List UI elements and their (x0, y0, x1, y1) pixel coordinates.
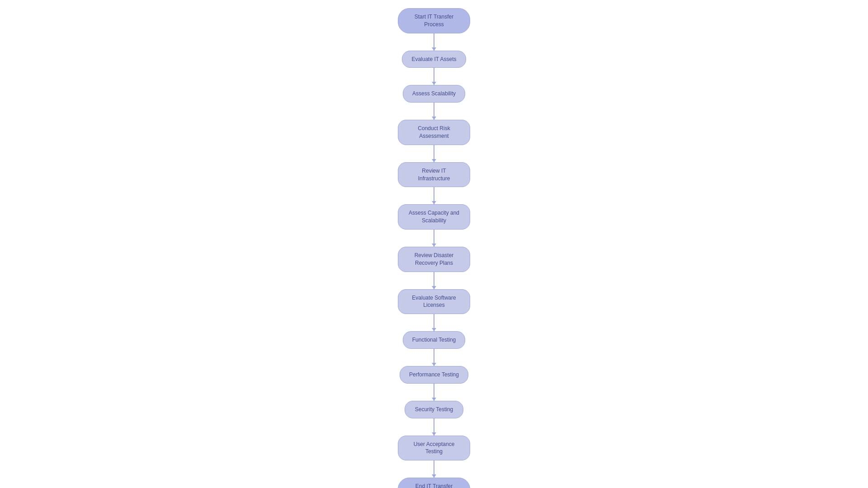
node-end[interactable]: End IT Transfer Process (398, 478, 470, 488)
flowchart: Start IT Transfer ProcessEvaluate IT Ass… (0, 0, 868, 488)
connector-6 (434, 272, 434, 289)
node-evaluate-assets[interactable]: Evaluate IT Assets (402, 51, 466, 68)
connector-10 (434, 418, 434, 436)
node-start[interactable]: Start IT Transfer Process (398, 8, 470, 33)
connector-0 (434, 33, 434, 51)
connector-5 (434, 230, 434, 247)
node-assess-scalability[interactable]: Assess Scalability (403, 85, 465, 103)
connector-1 (434, 68, 434, 85)
connector-2 (434, 103, 434, 120)
node-functional-testing[interactable]: Functional Testing (403, 331, 466, 349)
connector-11 (434, 460, 434, 478)
connector-9 (434, 384, 434, 401)
node-evaluate-software[interactable]: Evaluate Software Licenses (398, 289, 470, 314)
node-user-acceptance[interactable]: User Acceptance Testing (398, 436, 470, 461)
node-performance-testing[interactable]: Performance Testing (400, 366, 468, 384)
connector-4 (434, 187, 434, 204)
connector-8 (434, 349, 434, 366)
node-security-testing[interactable]: Security Testing (405, 401, 463, 418)
node-assess-capacity[interactable]: Assess Capacity and Scalability (398, 204, 470, 230)
node-conduct-risk[interactable]: Conduct Risk Assessment (398, 120, 470, 145)
connector-7 (434, 314, 434, 331)
node-review-infra[interactable]: Review IT Infrastructure (398, 162, 470, 188)
node-review-disaster[interactable]: Review Disaster Recovery Plans (398, 247, 470, 272)
connector-3 (434, 145, 434, 162)
